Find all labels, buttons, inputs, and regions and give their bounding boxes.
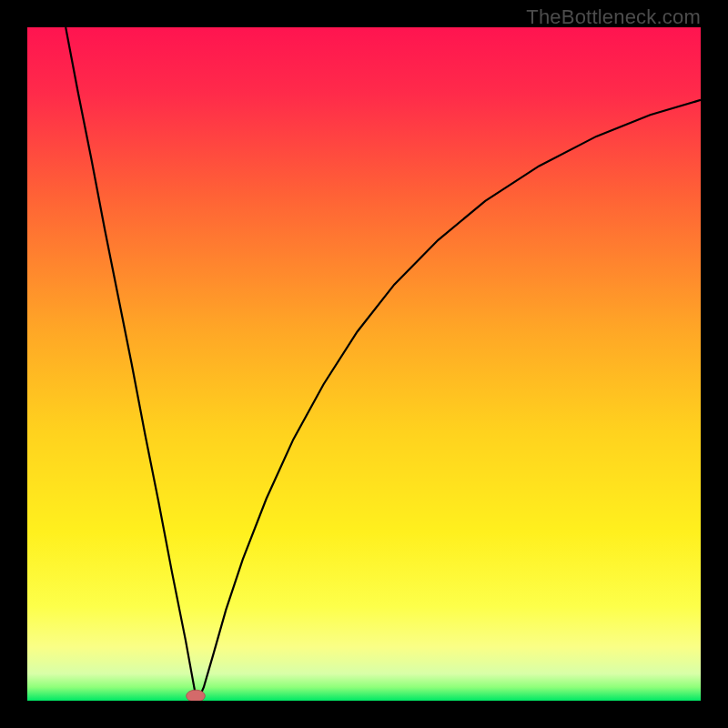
chart-plot-area [27,27,701,701]
watermark-label: TheBottleneck.com [526,5,701,29]
chart-frame: TheBottleneck.com [0,0,728,728]
